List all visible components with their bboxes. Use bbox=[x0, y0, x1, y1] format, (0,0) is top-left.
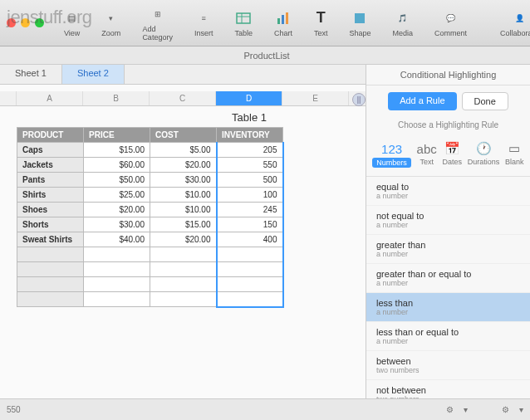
cell-price[interactable]: $15.00 bbox=[84, 143, 150, 158]
cell-price[interactable]: $25.00 bbox=[84, 188, 150, 203]
col-header-c[interactable]: C bbox=[150, 91, 216, 105]
cell-cost[interactable]: $5.00 bbox=[150, 143, 217, 158]
table-row: Pants $50.00 $30.00 500 bbox=[17, 173, 283, 188]
header-cost[interactable]: COST bbox=[150, 128, 217, 143]
rule-item[interactable]: greater thana number bbox=[366, 235, 530, 264]
zoom-button[interactable]: ▾Zoom bbox=[96, 7, 125, 39]
svg-rect-3 bbox=[277, 18, 280, 24]
cell-cost[interactable]: $20.00 bbox=[150, 158, 217, 173]
rule-title: not equal to bbox=[376, 211, 520, 221]
rule-item[interactable]: not equal toa number bbox=[366, 206, 530, 235]
cell-price[interactable]: $30.00 bbox=[84, 217, 150, 232]
rule-title: equal to bbox=[376, 182, 520, 192]
rule-item[interactable]: equal toa number bbox=[366, 177, 530, 206]
data-table: PRODUCT PRICE COST INVENTORY Caps $15.00… bbox=[17, 127, 284, 308]
rule-title: not between bbox=[376, 385, 520, 395]
shape-button[interactable]: Shape bbox=[344, 7, 375, 39]
col-header-e[interactable]: E bbox=[282, 91, 349, 105]
rule-subtitle: a number bbox=[376, 221, 520, 229]
rule-type-blank[interactable]: ▭Blank bbox=[505, 141, 524, 168]
sheet-tab-2[interactable]: Sheet 2 bbox=[62, 65, 125, 84]
cell-product[interactable]: Sweat Shirts bbox=[17, 232, 84, 247]
table-button[interactable]: Table bbox=[229, 7, 258, 39]
media-button[interactable]: 🎵Media bbox=[388, 7, 419, 39]
cell-price[interactable]: $60.00 bbox=[84, 158, 150, 173]
rule-type-dates[interactable]: 📅Dates bbox=[443, 141, 463, 168]
svg-rect-0 bbox=[237, 13, 250, 23]
cell-product[interactable]: Shorts bbox=[17, 217, 84, 232]
format-sidebar: Conditional Highlighting Add a Rule Done… bbox=[366, 65, 530, 398]
rule-item[interactable]: less thana number bbox=[366, 293, 530, 322]
header-product[interactable]: PRODUCT bbox=[17, 128, 84, 143]
cell-inventory[interactable]: 150 bbox=[217, 217, 283, 232]
col-header-d[interactable]: D bbox=[216, 91, 282, 105]
collaborate-button[interactable]: 👤Collaborate bbox=[495, 7, 530, 39]
cell-inventory[interactable]: 550 bbox=[217, 158, 283, 173]
cell-cost[interactable]: $30.00 bbox=[150, 173, 217, 188]
cell-cost[interactable]: $20.00 bbox=[150, 232, 217, 247]
cell-inventory[interactable]: 205 bbox=[217, 143, 283, 158]
col-header-b[interactable]: B bbox=[83, 91, 150, 105]
rule-item[interactable]: greater than or equal toa number bbox=[366, 264, 530, 293]
rule-type-text[interactable]: abcText bbox=[417, 141, 437, 168]
cell-inventory[interactable]: 100 bbox=[217, 188, 283, 203]
text-button[interactable]: TText bbox=[309, 7, 333, 39]
cell-product[interactable]: Shoes bbox=[17, 203, 84, 217]
table-row: Sweat Shirts $40.00 $20.00 400 bbox=[17, 232, 283, 247]
rule-item[interactable]: betweentwo numbers bbox=[366, 351, 530, 380]
view-button[interactable]: ▤View bbox=[59, 7, 85, 39]
cell-cost[interactable]: $15.00 bbox=[150, 217, 217, 232]
col-header-a[interactable]: A bbox=[17, 91, 83, 105]
blank-icon: ▭ bbox=[508, 141, 520, 156]
minimize-icon[interactable] bbox=[21, 18, 30, 27]
cell-product[interactable]: Pants bbox=[17, 173, 84, 188]
chevron-down-icon-2[interactable]: ▾ bbox=[519, 405, 523, 414]
sidebar-title: Conditional Highlighting bbox=[366, 65, 530, 85]
rule-subtitle: two numbers bbox=[376, 366, 520, 374]
clock-icon: 🕐 bbox=[476, 141, 492, 156]
table-row: Jackets $60.00 $20.00 550 bbox=[17, 158, 283, 173]
cell-price[interactable]: $20.00 bbox=[84, 203, 150, 217]
cell-price[interactable]: $40.00 bbox=[84, 232, 150, 247]
cell-inventory[interactable]: 500 bbox=[217, 173, 283, 188]
add-rule-button[interactable]: Add a Rule bbox=[388, 92, 456, 110]
table-row: Shirts $25.00 $10.00 100 bbox=[17, 188, 283, 203]
add-category-button[interactable]: ⊞Add Category bbox=[137, 3, 178, 43]
comment-icon: 💬 bbox=[446, 9, 455, 27]
rule-type-tabs: 123Numbers abcText 📅Dates 🕐Durations ▭Bl… bbox=[366, 136, 530, 177]
cell-cost[interactable]: $10.00 bbox=[150, 203, 217, 217]
chart-button[interactable]: Chart bbox=[269, 7, 297, 39]
corner-cell[interactable] bbox=[0, 91, 17, 105]
sheet-tab-1[interactable]: Sheet 1 bbox=[0, 65, 62, 84]
zoom-icon[interactable] bbox=[35, 18, 44, 27]
rule-title: less than or equal to bbox=[376, 327, 520, 337]
insert-icon: ≡ bbox=[202, 9, 206, 27]
rule-title: between bbox=[376, 356, 520, 366]
done-button[interactable]: Done bbox=[462, 92, 508, 110]
cell-product[interactable]: Caps bbox=[17, 143, 84, 158]
spreadsheet-area[interactable]: Sheet 1 Sheet 2 A B C D E || Table 1 PRO… bbox=[0, 65, 366, 398]
rule-item[interactable]: less than or equal toa number bbox=[366, 322, 530, 351]
chevron-down-icon[interactable]: ▾ bbox=[464, 405, 468, 414]
rule-type-durations[interactable]: 🕐Durations bbox=[468, 141, 500, 168]
window-controls bbox=[7, 18, 44, 27]
gear-icon[interactable]: ⚙ bbox=[442, 403, 457, 418]
cell-product[interactable]: Jackets bbox=[17, 158, 84, 173]
cell-inventory[interactable]: 400 bbox=[217, 232, 283, 247]
table-title: Table 1 bbox=[133, 111, 366, 124]
cell-cost[interactable]: $10.00 bbox=[150, 188, 217, 203]
rule-type-numbers[interactable]: 123Numbers bbox=[372, 141, 411, 168]
shape-icon bbox=[351, 9, 368, 27]
header-inventory[interactable]: INVENTORY bbox=[217, 128, 283, 143]
rule-item[interactable]: not betweentwo numbers bbox=[366, 380, 530, 398]
category-icon: ⊞ bbox=[155, 5, 161, 23]
column-handle[interactable]: || bbox=[352, 93, 366, 106]
cell-product[interactable]: Shirts bbox=[17, 188, 84, 203]
gear-icon-2[interactable]: ⚙ bbox=[498, 403, 513, 418]
header-price[interactable]: PRICE bbox=[84, 128, 150, 143]
insert-button[interactable]: ≡Insert bbox=[189, 7, 218, 39]
comment-button[interactable]: 💬Comment bbox=[429, 7, 472, 39]
cell-inventory[interactable]: 245 bbox=[217, 203, 283, 217]
close-icon[interactable] bbox=[7, 18, 16, 27]
cell-price[interactable]: $50.00 bbox=[84, 173, 150, 188]
